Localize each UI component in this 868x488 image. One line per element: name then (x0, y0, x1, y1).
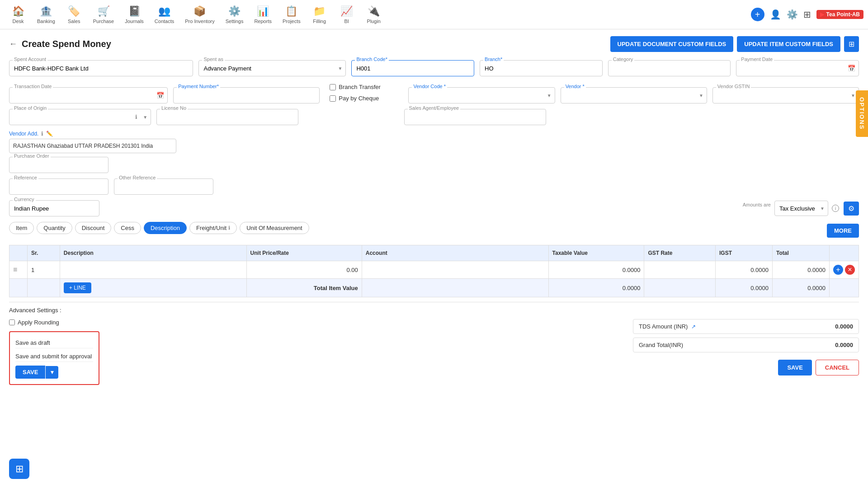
branch-transfer-checkbox[interactable] (330, 84, 336, 90)
row-description[interactable] (60, 261, 246, 279)
tds-external-link-icon[interactable]: ↗ (691, 324, 696, 330)
add-row-button[interactable]: + (833, 265, 843, 275)
options-tab-label: OPTIONS (859, 97, 865, 130)
th-account: Account (362, 245, 548, 261)
tab-freight-unit[interactable]: Freight/Unit ℹ (189, 222, 237, 234)
nav-gear-icon[interactable]: ⚙️ (787, 9, 798, 20)
tab-cess[interactable]: Cess (114, 222, 141, 234)
category-input[interactable] (608, 60, 731, 76)
payment-date-input[interactable] (736, 60, 859, 76)
vendor-select[interactable] (561, 87, 707, 103)
new-record-button[interactable]: + (751, 8, 764, 21)
tab-unit-of-measurement[interactable]: Unit Of Measurement (240, 222, 309, 234)
nav-plugin[interactable]: 🔌 Plugin (360, 3, 387, 26)
advanced-settings-label: Advanced Settings : (9, 307, 859, 314)
other-reference-input[interactable] (114, 178, 213, 195)
row-taxable-value: 0.0000 (548, 261, 644, 279)
save-submit-approval-option[interactable]: Save and submit for approval (15, 351, 93, 362)
form-row-4: Purchase Order (9, 157, 859, 173)
vendor-code-select[interactable] (408, 87, 555, 103)
nav-desk[interactable]: 🏠 Desk (5, 3, 32, 26)
save-as-draft-option[interactable]: Save as draft (15, 338, 93, 348)
nav-pro-inventory[interactable]: 📦 Pro Inventory (179, 3, 220, 26)
table-row: ≡ 1 0.00 0.0000 0.0000 0.0000 + × (9, 261, 859, 279)
vendor-add-edit-icon[interactable]: ✏️ (46, 131, 53, 137)
nav-projects[interactable]: 📋 Projects (277, 3, 306, 26)
drag-handle-icon[interactable]: ≡ (13, 266, 17, 273)
total-row-total: 0.0000 (772, 279, 829, 297)
payment-number-input[interactable] (173, 87, 320, 103)
form-row-3: Place of Origin ℹ License No Sales Agent… (9, 109, 859, 125)
th-actions (830, 245, 859, 261)
nav-sales[interactable]: 🏷️ Sales (61, 3, 88, 26)
license-no-input[interactable] (156, 109, 298, 125)
category-label: Category (612, 56, 635, 62)
more-button[interactable]: MORE (827, 224, 859, 238)
back-button[interactable]: ← (9, 39, 17, 49)
nav-settings-label: Settings (226, 19, 244, 24)
tab-discount[interactable]: Discount (75, 222, 112, 234)
reference-input[interactable] (9, 178, 108, 195)
save-main-button[interactable]: SAVE (15, 366, 45, 379)
branch-input[interactable] (480, 60, 603, 76)
amounts-are-select[interactable]: Tax Exclusive Tax Inclusive (774, 201, 828, 216)
table-settings-button[interactable]: ⚙ (844, 202, 859, 216)
row-description-input[interactable] (64, 267, 243, 273)
nav-user-icon[interactable]: 👤 (770, 9, 781, 20)
spent-account-input[interactable] (9, 60, 193, 76)
nav-banking[interactable]: 🏦 Banking (32, 3, 61, 26)
grand-total-row: Grand Total(INR) 0.0000 (633, 338, 859, 352)
nav-contacts[interactable]: 👥 Contacts (149, 3, 179, 26)
nav-reports[interactable]: 📊 Reports (249, 3, 277, 26)
purchase-order-input[interactable] (9, 157, 108, 173)
vendor-add-row[interactable]: Vendor Add. ℹ ✏️ (9, 131, 859, 137)
tab-quantity[interactable]: Quantity (37, 222, 72, 234)
footer-save-button[interactable]: SAVE (778, 360, 811, 375)
total-row-gst-rate (644, 279, 716, 297)
vendor-code-field: Vendor Code * (408, 87, 555, 103)
transaction-date-calendar-icon[interactable]: 📅 (156, 92, 164, 99)
fab-grid-button[interactable]: ⊞ (9, 459, 29, 479)
sales-agent-input[interactable] (404, 109, 546, 125)
th-unit-price-rate: Unit Price/Rate (246, 245, 362, 261)
th-gst-rate: GST Rate (644, 245, 716, 261)
purchase-order-field: Purchase Order (9, 157, 108, 173)
branch-code-input[interactable] (351, 60, 474, 76)
total-row-account (362, 279, 548, 297)
nav-purchase[interactable]: 🛒 Purchase (88, 3, 119, 26)
purchase-order-label: Purchase Order (13, 153, 51, 159)
update-doc-custom-fields-button[interactable]: UPDATE DOCUMENT CUSTOM FIELDS (610, 36, 734, 52)
vendor-address-box: RAJASTHAN Ghaziabad UTTAR PRADESH 201301… (9, 139, 176, 153)
spent-as-select[interactable]: Advance Payment (198, 60, 346, 76)
currency-label: Currency (13, 197, 36, 202)
row-account[interactable] (362, 261, 548, 279)
vendor-gstin-select[interactable] (712, 87, 859, 103)
totals-section: TDS Amount (INR) ↗ 0.0000 Grand Total(IN… (633, 319, 859, 385)
update-item-custom-fields-button[interactable]: UPDATE ITEM CUSTOM FIELDS (737, 36, 840, 52)
apply-rounding-checkbox[interactable] (9, 319, 15, 325)
currency-input[interactable] (9, 200, 99, 216)
tds-label-text: TDS Amount (INR) (639, 323, 688, 330)
nav-journals[interactable]: 📓 Journals (119, 3, 149, 26)
section-divider (9, 302, 859, 302)
pay-by-cheque-checkbox[interactable] (330, 95, 336, 102)
transaction-date-input[interactable] (9, 87, 168, 103)
row-account-input[interactable] (366, 267, 545, 273)
tab-freight-unit-label: Freight/Unit (196, 225, 226, 231)
save-dropdown-button[interactable]: ▼ (45, 366, 58, 379)
tab-item[interactable]: Item (9, 222, 34, 234)
payment-date-calendar-icon[interactable]: 📅 (848, 65, 855, 72)
nav-bi[interactable]: 📈 BI (333, 3, 360, 26)
tab-description[interactable]: Description (144, 222, 187, 234)
form-row-2: Transaction Date 📅 Payment Number* Branc… (9, 82, 859, 103)
place-of-origin-select[interactable] (9, 109, 151, 125)
reports-icon: 📊 (257, 5, 269, 17)
options-sidebar-tab[interactable]: OPTIONS (856, 90, 868, 137)
footer-cancel-button[interactable]: CANCEL (816, 360, 859, 375)
delete-row-button[interactable]: × (845, 265, 855, 275)
add-line-button[interactable]: + LINE (64, 282, 91, 293)
header-more-icon-button[interactable]: ⊞ (844, 36, 859, 52)
nav-filling[interactable]: 📁 Filling (306, 3, 333, 26)
nav-settings[interactable]: ⚙️ Settings (220, 3, 249, 26)
nav-grid-icon[interactable]: ⊞ (803, 9, 811, 20)
